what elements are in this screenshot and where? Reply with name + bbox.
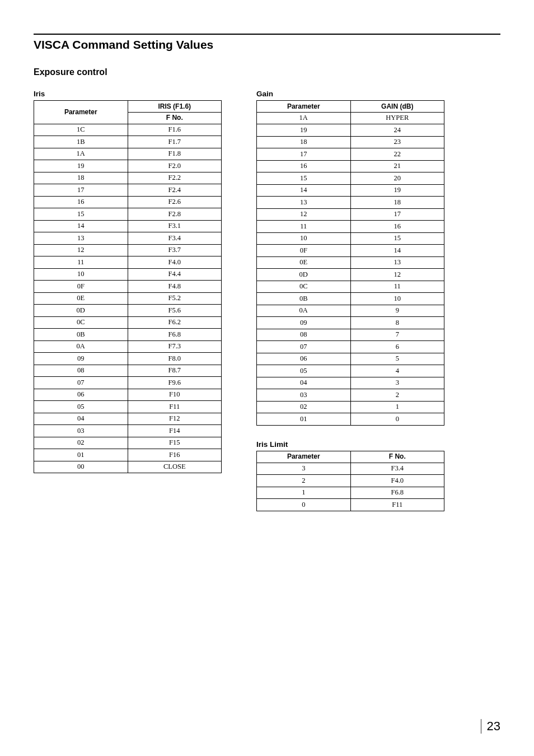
- cell-parameter: 10: [257, 232, 351, 245]
- cell-parameter: 11: [257, 221, 351, 233]
- table-row: 0CF6.2: [34, 316, 222, 329]
- cell-value: F10: [128, 389, 222, 401]
- table-row: 010: [257, 413, 444, 426]
- col-right: Gain Parameter GAIN (dB) 1AHYPER19241823…: [256, 90, 444, 511]
- cell-value: F2.0: [128, 160, 222, 172]
- cell-parameter: 0B: [34, 329, 128, 341]
- table-row: 0BF6.8: [34, 329, 222, 341]
- cell-parameter: 1A: [257, 112, 351, 124]
- cell-value: F8.7: [128, 365, 222, 377]
- table-row: 1116: [257, 221, 444, 233]
- cell-parameter: 2: [257, 475, 351, 487]
- cell-value: F16: [128, 449, 222, 461]
- cell-value: F3.1: [128, 220, 222, 232]
- section-title: Exposure control: [34, 67, 500, 77]
- cell-value: F4.0: [128, 256, 222, 269]
- cell-parameter: 06: [34, 389, 128, 401]
- table-row: 1CF1.6: [34, 124, 222, 136]
- table-row: 10F4.4: [34, 268, 222, 281]
- gain-table: Parameter GAIN (dB) 1AHYPER1924182317221…: [256, 100, 444, 426]
- iris-table: Parameter IRIS (F1.6) F No. 1CF1.61BF1.7…: [34, 100, 222, 473]
- table-row: 0AF7.3: [34, 340, 222, 353]
- cell-value: 5: [350, 353, 444, 365]
- cell-parameter: 1B: [34, 136, 128, 148]
- table-row: 05F11: [34, 401, 222, 413]
- cell-value: HYPER: [350, 112, 444, 124]
- iris-header-group: IRIS (F1.6): [128, 101, 222, 113]
- cell-parameter: 0A: [257, 305, 351, 317]
- table-row: 1015: [257, 232, 444, 245]
- table-row: 065: [257, 353, 444, 365]
- gain-tbody: 1AHYPER192418231722162115201419131812171…: [257, 112, 444, 425]
- page-number-text: 23: [481, 719, 500, 734]
- table-row: 3F3.4: [257, 463, 444, 475]
- cell-parameter: 02: [257, 401, 351, 413]
- irislimit-header-value: F No.: [350, 451, 444, 463]
- cell-parameter: 18: [257, 136, 351, 148]
- table-row: 054: [257, 365, 444, 377]
- table-row: 09F8.0: [34, 353, 222, 365]
- cell-value: F7.3: [128, 340, 222, 353]
- cell-parameter: 09: [257, 317, 351, 329]
- cell-parameter: 08: [34, 365, 128, 377]
- cell-value: F3.4: [128, 232, 222, 245]
- cell-parameter: 0B: [257, 293, 351, 305]
- cell-value: 0: [350, 413, 444, 426]
- cell-value: 13: [350, 256, 444, 269]
- cell-parameter: 04: [257, 377, 351, 389]
- table-row: 098: [257, 317, 444, 329]
- table-row: 021: [257, 401, 444, 413]
- table-row: 07F9.6: [34, 377, 222, 389]
- table-row: 043: [257, 377, 444, 389]
- table-row: 17F2.4: [34, 184, 222, 197]
- table-row: 1318: [257, 197, 444, 209]
- cell-value: F3.7: [128, 244, 222, 256]
- cell-value: F5.2: [128, 292, 222, 305]
- cell-parameter: 07: [34, 377, 128, 389]
- page-title: VISCA Command Setting Values: [34, 38, 500, 52]
- table-row: 15F2.8: [34, 208, 222, 221]
- cell-value: F2.4: [128, 184, 222, 197]
- cell-value: 22: [350, 148, 444, 161]
- table-row: 1AF1.8: [34, 148, 222, 160]
- table-row: 1AHYPER: [257, 112, 444, 124]
- cell-parameter: 1C: [34, 124, 128, 136]
- table-row: 12F3.7: [34, 244, 222, 256]
- cell-parameter: 01: [34, 449, 128, 461]
- cell-parameter: 04: [34, 413, 128, 425]
- cell-parameter: 03: [257, 389, 351, 402]
- cell-value: 8: [350, 317, 444, 329]
- table-row: 0DF5.6: [34, 305, 222, 317]
- cell-value: 12: [350, 269, 444, 281]
- table-row: 0D12: [257, 269, 444, 281]
- cell-parameter: 0F: [257, 245, 351, 257]
- cell-value: F6.8: [350, 487, 444, 499]
- cell-value: F15: [128, 437, 222, 449]
- cell-value: F2.2: [128, 172, 222, 184]
- cell-parameter: 12: [34, 244, 128, 256]
- cell-value: 21: [350, 160, 444, 172]
- cell-value: F6.2: [128, 316, 222, 329]
- table-row: 1217: [257, 208, 444, 221]
- table-row: 14F3.1: [34, 220, 222, 232]
- cell-value: 2: [350, 389, 444, 402]
- cell-value: F4.0: [350, 475, 444, 487]
- page-number: 23: [481, 719, 500, 734]
- cell-value: 14: [350, 245, 444, 257]
- irislimit-tbody: 3F3.42F4.01F6.80F11: [257, 463, 444, 511]
- cell-value: 9: [350, 305, 444, 317]
- iris-header-sub: F No.: [128, 112, 222, 124]
- cell-value: F11: [350, 499, 444, 511]
- table-row: 1722: [257, 148, 444, 161]
- col-left: Iris Parameter IRIS (F1.6) F No. 1CF1.61…: [34, 90, 222, 511]
- cell-value: F4.8: [128, 281, 222, 293]
- table-row: 0E13: [257, 256, 444, 269]
- table-row: 0EF5.2: [34, 292, 222, 305]
- table-row: 087: [257, 329, 444, 341]
- table-row: 1823: [257, 136, 444, 148]
- cell-parameter: 15: [34, 208, 128, 221]
- table-row: 13F3.4: [34, 232, 222, 245]
- table-row: 19F2.0: [34, 160, 222, 172]
- cell-value: F12: [128, 413, 222, 425]
- cell-value: 16: [350, 221, 444, 233]
